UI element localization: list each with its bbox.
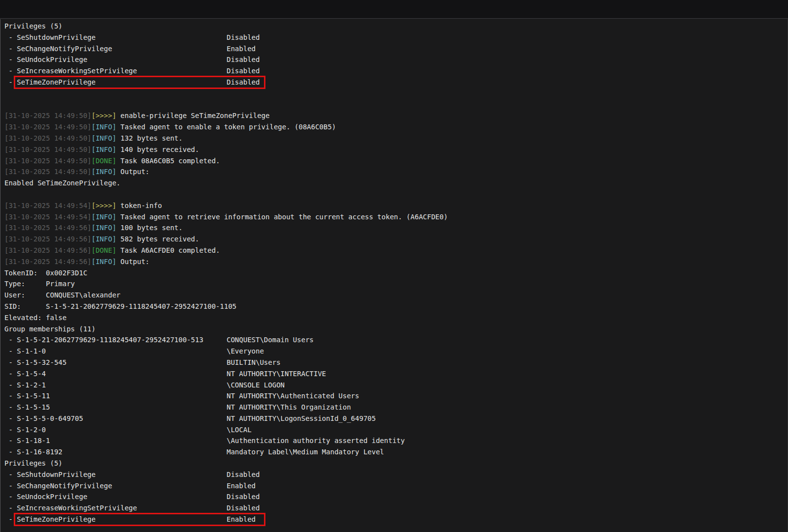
row-label: - S-1-16-8192 bbox=[4, 448, 62, 456]
console-text: User: CONQUEST\alexander bbox=[4, 291, 120, 299]
task-output-line: Enabled SeTimeZonePrivilege. bbox=[0, 177, 788, 189]
row-label: - S-1-1-0 bbox=[4, 347, 46, 355]
log-message: Tasked agent to enable a token privilege… bbox=[117, 123, 336, 131]
group-row: - S-1-5-11NT AUTHORITY\Authenticated Use… bbox=[0, 390, 788, 402]
row-label: - SeUndockPrivilege bbox=[4, 493, 88, 501]
row-value: Disabled bbox=[227, 491, 260, 502]
log-line: [31-10-2025 14:49:54][INFO] Tasked agent… bbox=[0, 211, 788, 223]
privilege-row: - SeTimeZonePrivilegeEnabled bbox=[0, 514, 788, 525]
log-message: 582 bytes received. bbox=[117, 235, 200, 243]
row-value: Enabled bbox=[227, 514, 256, 525]
log-message: Task A6ACFDE0 completed. bbox=[117, 246, 220, 254]
console-text: Privileges (5) bbox=[4, 459, 62, 467]
row-value: Enabled bbox=[227, 43, 256, 55]
privileges-header: Privileges (5) bbox=[0, 21, 788, 32]
log-line: [31-10-2025 14:49:54][>>>>] token-info bbox=[0, 200, 788, 211]
privilege-row: - SeChangeNotifyPrivilegeEnabled bbox=[0, 480, 788, 492]
token-field: Type: Primary bbox=[0, 278, 788, 290]
row-value: Disabled bbox=[227, 65, 260, 77]
row-value: Disabled bbox=[227, 54, 260, 65]
log-line: [31-10-2025 14:49:50][INFO] Output: bbox=[0, 166, 788, 177]
row-value: Mandatory Label\Medium Mandatory Level bbox=[227, 446, 384, 458]
log-line: [31-10-2025 14:49:50][INFO] 140 bytes re… bbox=[0, 144, 788, 155]
token-field: SID: S-1-5-21-2062779629-1118245407-2952… bbox=[0, 301, 788, 312]
log-line: [31-10-2025 14:49:50][>>>>] enable-privi… bbox=[0, 110, 788, 121]
group-row: - S-1-2-0\LOCAL bbox=[0, 424, 788, 436]
privilege-row: - SeUndockPrivilegeDisabled bbox=[0, 491, 788, 502]
row-value: Disabled bbox=[227, 469, 260, 480]
row-value: BUILTIN\Users bbox=[227, 357, 281, 368]
log-timestamp: [31-10-2025 14:49:54] bbox=[4, 202, 91, 209]
log-timestamp: [31-10-2025 14:49:50] bbox=[4, 123, 91, 131]
log-tag: [INFO] bbox=[91, 213, 117, 221]
log-message: 100 bytes sent. bbox=[117, 224, 183, 232]
row-label: - S-1-18-1 bbox=[4, 437, 50, 444]
group-row: - S-1-5-32-545BUILTIN\Users bbox=[0, 357, 788, 368]
privilege-row: - SeShutdownPrivilegeDisabled bbox=[0, 32, 788, 43]
log-line: [31-10-2025 14:49:50][INFO] 132 bytes se… bbox=[0, 133, 788, 144]
log-line: [31-10-2025 14:49:56][INFO] 582 bytes re… bbox=[0, 234, 788, 245]
log-timestamp: [31-10-2025 14:49:56] bbox=[4, 224, 91, 232]
blank-line bbox=[0, 99, 788, 111]
log-timestamp: [31-10-2025 14:49:50] bbox=[4, 157, 91, 165]
row-label: - SeShutdownPrivilege bbox=[4, 33, 95, 41]
log-line: [31-10-2025 14:49:50][DONE] Task 08A6C0B… bbox=[0, 155, 788, 167]
row-value: Enabled bbox=[227, 480, 256, 492]
row-label: - S-1-5-11 bbox=[4, 392, 50, 400]
row-label: - S-1-5-5-0-649705 bbox=[4, 414, 83, 422]
log-timestamp: [31-10-2025 14:49:50] bbox=[4, 168, 91, 176]
row-label: - SeUndockPrivilege bbox=[4, 56, 88, 63]
log-tag: [INFO] bbox=[91, 258, 117, 266]
group-row: - S-1-16-8192Mandatory Label\Medium Mand… bbox=[0, 446, 788, 458]
log-tag: [>>>>] bbox=[91, 112, 117, 119]
log-timestamp: [31-10-2025 14:49:56] bbox=[4, 258, 91, 266]
row-label: - SeIncreaseWorkingSetPrivilege bbox=[4, 504, 137, 512]
row-label: - S-1-5-15 bbox=[4, 403, 50, 411]
row-value: Disabled bbox=[227, 32, 260, 43]
group-memberships-header: Group memberships (11) bbox=[0, 324, 788, 335]
row-label: - SeIncreaseWorkingSetPrivilege bbox=[4, 67, 137, 75]
group-row: - S-1-18-1\Authentication authority asse… bbox=[0, 435, 788, 446]
privilege-row: - SeUndockPrivilegeDisabled bbox=[0, 54, 788, 65]
privilege-row: - SeShutdownPrivilegeDisabled bbox=[0, 469, 788, 480]
row-label: - S-1-2-1 bbox=[4, 381, 46, 389]
console-output[interactable]: Privileges (5) - SeShutdownPrivilegeDisa… bbox=[0, 19, 788, 532]
row-label: - SeTimeZonePrivilege bbox=[4, 515, 95, 523]
token-field: User: CONQUEST\alexander bbox=[0, 290, 788, 301]
row-label: - S-1-5-21-2062779629-1118245407-2952427… bbox=[4, 336, 204, 344]
log-line: [31-10-2025 14:49:50][INFO] Tasked agent… bbox=[0, 121, 788, 133]
row-value: \Authentication authority asserted ident… bbox=[227, 435, 405, 446]
row-value: CONQUEST\Domain Users bbox=[227, 334, 314, 346]
row-value: \Everyone bbox=[227, 346, 264, 357]
row-value: \LOCAL bbox=[227, 424, 252, 436]
token-field: Elevated: false bbox=[0, 312, 788, 324]
log-tag: [INFO] bbox=[91, 235, 117, 243]
log-line: [31-10-2025 14:49:56][INFO] 100 bytes se… bbox=[0, 222, 788, 234]
row-value: NT AUTHORITY\INTERACTIVE bbox=[227, 368, 326, 380]
privilege-row: - SeIncreaseWorkingSetPrivilegeDisabled bbox=[0, 65, 788, 77]
console-text: TokenID: 0x002F3D1C bbox=[4, 269, 88, 277]
log-timestamp: [31-10-2025 14:49:56] bbox=[4, 246, 91, 254]
log-tag: [DONE] bbox=[91, 246, 117, 254]
row-value: Disabled bbox=[227, 502, 260, 514]
log-tag: [INFO] bbox=[91, 168, 117, 176]
log-tag: [INFO] bbox=[91, 224, 117, 232]
console-text: Privileges (5) bbox=[4, 22, 62, 30]
group-row: - S-1-5-5-0-649705NT AUTHORITY\LogonSess… bbox=[0, 413, 788, 424]
log-timestamp: [31-10-2025 14:49:56] bbox=[4, 235, 91, 243]
row-label: - SeChangeNotifyPrivilege bbox=[4, 482, 112, 490]
group-row: - S-1-5-4NT AUTHORITY\INTERACTIVE bbox=[0, 368, 788, 380]
log-timestamp: [31-10-2025 14:49:54] bbox=[4, 213, 91, 221]
log-message: token-info bbox=[117, 202, 162, 209]
log-tag: [INFO] bbox=[91, 146, 117, 153]
console-text: Group memberships (11) bbox=[4, 325, 95, 333]
group-row: - S-1-1-0\Everyone bbox=[0, 346, 788, 357]
log-message: Tasked agent to retrieve information abo… bbox=[117, 213, 448, 221]
log-message: Task 08A6C0B5 completed. bbox=[117, 157, 220, 165]
log-timestamp: [31-10-2025 14:49:50] bbox=[4, 112, 91, 119]
privileges-header: Privileges (5) bbox=[0, 458, 788, 469]
log-timestamp: [31-10-2025 14:49:50] bbox=[4, 146, 91, 153]
row-value: \CONSOLE LOGON bbox=[227, 380, 285, 391]
row-label: - SeShutdownPrivilege bbox=[4, 471, 95, 478]
row-label: - S-1-5-32-545 bbox=[4, 358, 66, 366]
